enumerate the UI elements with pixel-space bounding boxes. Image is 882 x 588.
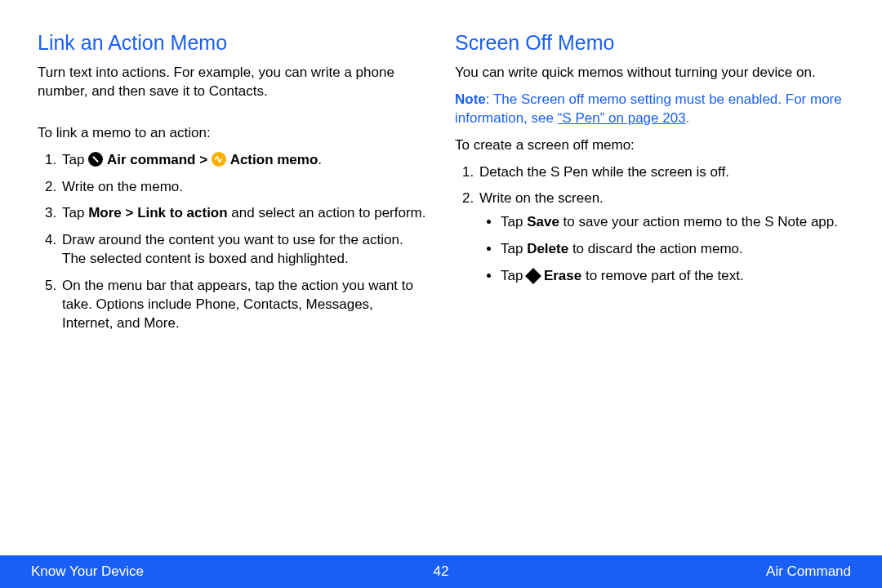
lead-in: To link a memo to an action:	[38, 124, 427, 143]
intro-paragraph: You can write quick memos without turnin…	[455, 64, 844, 82]
action-memo-icon	[212, 152, 226, 167]
link-steps-list: Tap Air command > Action memo. Write on …	[38, 151, 427, 334]
list-item: Write on the screen. Tap Save to save yo…	[478, 189, 844, 286]
page-footer: Know Your Device 42 Air Command	[0, 555, 882, 588]
list-item: Tap Erase to remove part of the text.	[501, 267, 844, 286]
spen-page-link[interactable]: “S Pen” on page 203	[558, 110, 686, 126]
list-item: On the menu bar that appears, tap the ac…	[60, 277, 427, 333]
erase-icon	[525, 268, 541, 284]
footer-left: Know Your Device	[31, 563, 144, 581]
intro-paragraph: Turn text into actions. For example, you…	[38, 64, 427, 101]
lead-in: To create a screen off memo:	[455, 136, 844, 155]
right-column: Screen Off Memo You can write quick memo…	[455, 29, 844, 341]
left-column: Link an Action Memo Turn text into actio…	[38, 29, 427, 341]
list-item: Tap Air command > Action memo.	[60, 151, 427, 170]
pen-icon	[88, 152, 103, 167]
page-body: Link an Action Memo Turn text into actio…	[0, 0, 882, 341]
list-item: Tap Delete to discard the action memo.	[501, 240, 844, 259]
note-paragraph: Note: The Screen off memo setting must b…	[455, 91, 844, 128]
sub-bullets: Tap Save to save your action memo to the…	[479, 213, 844, 286]
list-item: Tap More > Link to action and select an …	[60, 204, 427, 223]
heading-screen-off-memo: Screen Off Memo	[455, 29, 844, 57]
footer-right: Air Command	[766, 563, 851, 581]
heading-link-action-memo: Link an Action Memo	[38, 29, 427, 57]
list-item: Draw around the content you want to use …	[60, 231, 427, 269]
list-item: Detach the S Pen while the screen is off…	[478, 163, 844, 182]
list-item: Tap Save to save your action memo to the…	[501, 213, 844, 232]
page-number: 42	[434, 563, 449, 581]
list-item: Write on the memo.	[60, 178, 427, 197]
screenoff-steps-list: Detach the S Pen while the screen is off…	[455, 163, 844, 287]
